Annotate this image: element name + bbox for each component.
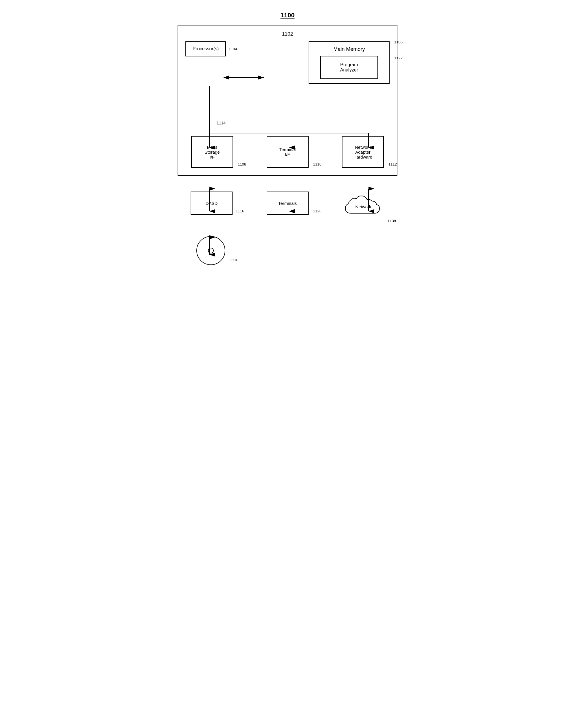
terminals-ref: 1120 (313, 209, 322, 213)
processor-ref: 1104 (229, 47, 237, 51)
diagram-title: 1100 (178, 11, 397, 19)
terminal-if-box: TerminalI/F (267, 136, 309, 168)
main-memory-ref: 1106 (394, 40, 403, 44)
program-analyzer-ref: 1122 (394, 56, 403, 60)
mass-storage-label: MassStorageI/F (204, 145, 220, 159)
program-analyzer-label: ProgramAnalyzer (327, 62, 372, 73)
main-memory-box: Main Memory ProgramAnalyzer 1122 (309, 41, 390, 84)
dasd-box: DASD (191, 192, 233, 215)
processor-label: Processor(s) (193, 46, 219, 51)
network-adapter-box: NetworkAdapterHardware (342, 136, 384, 168)
outer-box-label: 1102 (185, 31, 390, 37)
page-container: 1100 (172, 6, 403, 271)
processor-box: Processor(s) (185, 41, 226, 57)
terminal-if-label: TerminalI/F (279, 147, 296, 157)
disk-ref: 1118 (230, 258, 238, 262)
disk-inner (208, 248, 214, 254)
svg-text:Network: Network (355, 204, 371, 209)
terminal-if-ref: 1110 (313, 162, 322, 166)
dasd-ref: 1116 (236, 209, 244, 213)
network-cloud: Network (342, 192, 384, 221)
mass-storage-box: MassStorageI/F (191, 136, 233, 168)
dasd-label: DASD (206, 201, 218, 206)
network-adapter-ref: 1112 (388, 162, 397, 166)
disk-shape (196, 236, 225, 265)
mass-storage-ref: 1108 (238, 162, 246, 166)
network-ref: 1138 (387, 219, 396, 223)
main-memory-title: Main Memory (313, 46, 385, 53)
program-analyzer-box: ProgramAnalyzer (320, 56, 378, 79)
network-adapter-label: NetworkAdapterHardware (353, 145, 372, 159)
terminals-label: Terminals (278, 201, 297, 206)
terminals-box: Terminals (267, 192, 309, 215)
